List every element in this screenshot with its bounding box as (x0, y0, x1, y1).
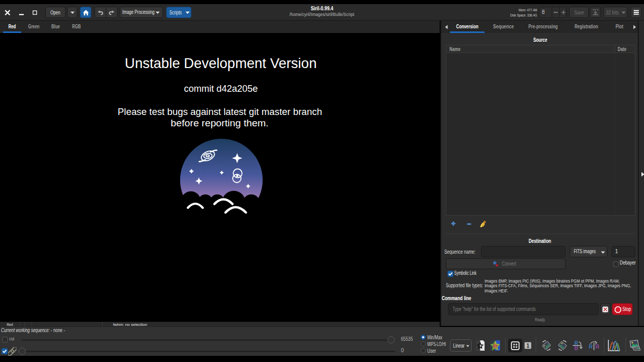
svg-text:R: R (595, 343, 599, 350)
svg-text:R: R (574, 340, 578, 346)
svg-text:R: R (589, 343, 593, 350)
